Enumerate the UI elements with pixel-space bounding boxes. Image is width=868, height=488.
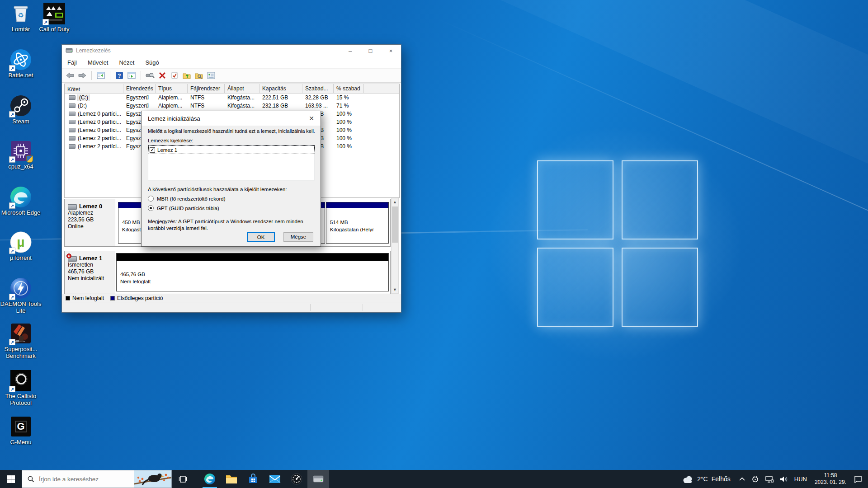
desktop-icon-battlenet[interactable]: ↗ Battle.net bbox=[0, 49, 42, 79]
disk1-row: ●Lemez 1 Ismeretlen 465,76 GB Nem inicia… bbox=[64, 251, 391, 294]
back-icon[interactable] bbox=[66, 71, 75, 80]
table-cell: Kifogásta... bbox=[225, 94, 259, 101]
select-disks-label: Lemezek kijelölése: bbox=[148, 138, 314, 143]
initialize-disk-dialog: Lemez inicializálása ✕ Mielőtt a logikai… bbox=[141, 111, 321, 247]
taskbar-disk-management-icon[interactable] bbox=[307, 470, 329, 488]
folder-up-icon[interactable] bbox=[182, 71, 191, 80]
folder-search-icon[interactable] bbox=[194, 71, 203, 80]
column-header[interactable]: Kapacitás bbox=[259, 84, 302, 93]
taskbar-weather[interactable]: 2°C Felhős bbox=[676, 475, 736, 483]
delete-icon[interactable] bbox=[158, 71, 167, 80]
taskbar-gauge-icon[interactable] bbox=[286, 470, 307, 488]
task-view-button[interactable] bbox=[172, 470, 193, 488]
console-tree-icon[interactable] bbox=[96, 71, 105, 80]
dialog-titlebar[interactable]: Lemez inicializálása ✕ bbox=[142, 111, 321, 126]
action-pane-icon[interactable] bbox=[127, 71, 136, 80]
table-row[interactable]: (C:)EgyszerűAlaplem...NTFSKifogásta...22… bbox=[65, 94, 399, 102]
close-button[interactable]: × bbox=[381, 45, 401, 56]
rescan-icon[interactable] bbox=[146, 71, 155, 80]
desktop-icon-call-of-duty[interactable]: ↗ Call of Duty bbox=[33, 3, 75, 33]
tray-clock[interactable]: 11:58 2023. 01. 29. bbox=[810, 472, 851, 486]
disk-list-item[interactable]: ✓ Lemez 1 bbox=[149, 146, 314, 154]
desktop-icon-utorrent[interactable]: µ ↗ µTorrent bbox=[0, 231, 42, 261]
table-cell: 100 % bbox=[334, 119, 364, 125]
column-header[interactable]: Szabad... bbox=[302, 84, 334, 93]
start-button[interactable] bbox=[0, 470, 22, 488]
table-cell: (D:) bbox=[65, 103, 123, 109]
cancel-button[interactable]: Mégse bbox=[283, 232, 313, 242]
properties-icon[interactable] bbox=[207, 71, 216, 80]
disk1-unallocated[interactable]: 465,76 GBNem lefoglalt bbox=[116, 253, 389, 291]
desktop-icon-callisto-protocol[interactable]: ↗ The Callisto Protocol bbox=[0, 370, 42, 406]
recycle-bin-icon: ♻ bbox=[10, 3, 32, 24]
uac-shield-icon bbox=[26, 155, 33, 163]
action-center-icon[interactable] bbox=[851, 470, 865, 488]
vertical-scrollbar[interactable]: ▲ ▼ bbox=[391, 198, 399, 294]
steam-icon: ↗ bbox=[10, 95, 32, 117]
search-input[interactable] bbox=[39, 476, 129, 483]
desktop-icon-daemon-tools[interactable]: ↗ DAEMON Tools Lite bbox=[0, 277, 42, 314]
ok-button[interactable]: OK bbox=[247, 232, 275, 242]
search-highlight-bird-image[interactable] bbox=[134, 470, 171, 488]
desktop-icon-gmenu[interactable]: G G-Menu bbox=[0, 416, 42, 446]
dialog-close-icon[interactable]: ✕ bbox=[302, 111, 321, 126]
scroll-up-icon[interactable]: ▲ bbox=[392, 198, 398, 206]
desktop-icon-cpuz[interactable]: ↗ cpuz_x64 bbox=[0, 140, 42, 170]
column-header[interactable]: Típus bbox=[156, 84, 188, 93]
scroll-down-icon[interactable]: ▼ bbox=[392, 286, 398, 293]
tray-utility-icon[interactable] bbox=[748, 470, 762, 488]
partition-size: 514 MB bbox=[330, 220, 348, 225]
tray-chevron-up-icon[interactable] bbox=[736, 470, 748, 488]
statusbar-separator bbox=[363, 304, 363, 311]
table-cell: (Lemez 0 partíci... bbox=[65, 119, 123, 125]
radio-unchecked-icon[interactable] bbox=[148, 196, 154, 202]
dialog-intro-text: Mielőtt a logikai lemezkezelő használni … bbox=[148, 128, 314, 134]
desktop-icon-edge[interactable]: ↗ Microsoft Edge bbox=[0, 186, 42, 216]
shortcut-arrow-icon: ↗ bbox=[9, 65, 15, 71]
gmenu-icon: G bbox=[10, 416, 32, 437]
taskbar-search[interactable] bbox=[22, 470, 172, 488]
table-cell: 15 % bbox=[334, 94, 364, 101]
menu-item[interactable]: Nézet bbox=[119, 59, 134, 66]
dialog-title: Lemez inicializálása bbox=[148, 115, 200, 122]
disk0-partition3[interactable]: 514 MBKifogástalan (Helyr bbox=[326, 202, 389, 244]
window-titlebar[interactable]: Lemezkezelés – □ × bbox=[62, 45, 401, 56]
disk-management-app-icon bbox=[66, 47, 73, 54]
volume-icon bbox=[69, 112, 75, 116]
checkbox-checked-icon[interactable]: ✓ bbox=[150, 147, 155, 153]
taskbar-edge-icon[interactable] bbox=[199, 470, 221, 488]
disk1-label-panel[interactable]: ●Lemez 1 Ismeretlen 465,76 GB Nem inicia… bbox=[65, 251, 115, 294]
search-icon bbox=[28, 476, 34, 483]
mbr-radio-row[interactable]: MBR (fő rendszertöltő rekord) bbox=[148, 196, 314, 202]
tray-language[interactable]: HUN bbox=[791, 470, 810, 488]
column-header[interactable]: Kötet bbox=[65, 84, 123, 93]
disk0-label-panel[interactable]: Lemez 0 Alaplemez 223,56 GB Online bbox=[65, 199, 115, 246]
menu-item[interactable]: Művelet bbox=[88, 59, 108, 66]
column-header[interactable]: Állapot bbox=[225, 84, 259, 93]
column-header[interactable]: % szabad bbox=[334, 84, 364, 93]
desktop-icon-steam[interactable]: ↗ Steam bbox=[0, 95, 42, 125]
minimize-button[interactable]: – bbox=[340, 45, 360, 56]
tray-volume-icon[interactable] bbox=[777, 470, 791, 488]
menu-item[interactable]: Súgó bbox=[145, 59, 159, 66]
disk-listbox[interactable]: ✓ Lemez 1 bbox=[148, 145, 315, 180]
column-header[interactable]: Fájlrendszer bbox=[188, 84, 225, 93]
maximize-button[interactable]: □ bbox=[360, 45, 381, 56]
taskbar-store-icon[interactable] bbox=[242, 470, 264, 488]
taskbar-file-explorer-icon[interactable] bbox=[221, 470, 242, 488]
scrollbar-thumb[interactable] bbox=[392, 206, 398, 243]
table-cell: 100 % bbox=[334, 135, 364, 141]
dialog-note-text: Megjegyzés: A GPT partíciótípust a Windo… bbox=[148, 218, 319, 232]
column-header[interactable]: Elrendezés bbox=[123, 84, 156, 93]
table-row[interactable]: (D:)EgyszerűAlaplem...NTFSKifogásta...23… bbox=[65, 102, 399, 110]
tray-network-icon[interactable] bbox=[762, 470, 777, 488]
help-icon[interactable]: ? bbox=[115, 71, 124, 80]
check-document-icon[interactable] bbox=[170, 71, 179, 80]
radio-checked-icon[interactable] bbox=[148, 205, 154, 211]
mbr-radio-label: MBR (fő rendszertöltő rekord) bbox=[157, 196, 225, 202]
menu-item[interactable]: Fájl bbox=[67, 59, 77, 66]
forward-icon[interactable] bbox=[78, 71, 87, 80]
gpt-radio-row[interactable]: GPT (GUID partíciós tábla) bbox=[148, 205, 314, 211]
taskbar-mail-icon[interactable] bbox=[264, 470, 286, 488]
desktop-icon-superposition[interactable]: ↗ Superposit... Benchmark bbox=[0, 323, 42, 359]
